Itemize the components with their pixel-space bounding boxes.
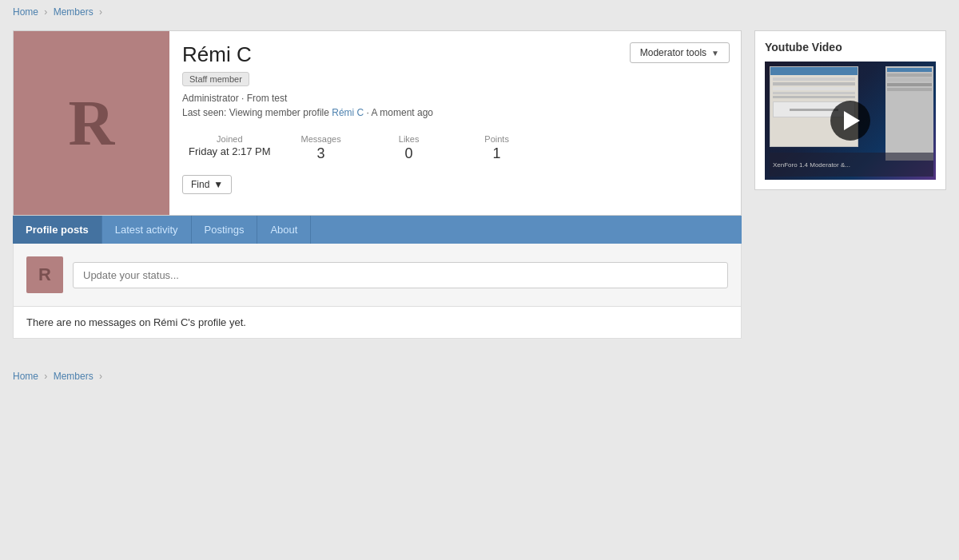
status-area: R [13,244,742,307]
points-value: 1 [493,145,501,161]
find-label: Find [191,179,209,190]
dropdown-arrow-icon: ▼ [711,49,719,58]
breadcrumb-members-link[interactable]: Members [54,6,94,18]
no-messages-notice: There are no messages on Rémi C's profil… [13,307,742,339]
find-dropdown-icon: ▼ [213,179,223,190]
play-triangle-icon [844,111,860,130]
bottom-breadcrumb: Home › Members › [0,364,959,388]
avatar-letter: R [69,87,115,160]
tab-postings[interactable]: Postings [192,216,258,244]
breadcrumb-sep-1: › [44,6,47,18]
likes-value: 0 [405,145,413,161]
tab-profile-posts[interactable]: Profile posts [13,216,102,244]
stat-points: Points 1 [453,131,541,165]
youtube-play-overlay[interactable] [765,62,936,180]
bottom-breadcrumb-home-link[interactable]: Home [13,371,38,382]
last-seen-label: Last seen: [182,107,226,118]
profile-tabs: Profile posts Latest activity Postings A… [13,216,742,244]
tab-latest-activity[interactable]: Latest activity [102,216,192,244]
profile-meta: Administrator · From test [182,93,728,104]
profile-role: Administrator [182,93,239,104]
breadcrumb-home-link[interactable]: Home [13,6,38,18]
no-messages-text: There are no messages on Rémi C's profil… [26,316,246,328]
tab-about[interactable]: About [257,216,311,244]
top-breadcrumb: Home › Members › [0,0,959,24]
stat-messages: Messages 3 [277,131,365,165]
staff-badge: Staff member [182,72,249,86]
bottom-breadcrumb-members-link[interactable]: Members [54,371,94,382]
messages-value: 3 [317,145,325,161]
avatar-block: R [14,31,169,215]
points-label: Points [460,134,535,144]
status-input[interactable] [73,262,728,288]
status-avatar-letter: R [38,264,51,285]
youtube-widget: Youtube Video [754,30,946,190]
bottom-breadcrumb-sep-2: › [99,371,102,382]
last-seen-time: A moment ago [372,107,433,118]
breadcrumb-sep-2: › [99,6,102,18]
stat-likes: Likes 0 [365,131,453,165]
profile-from: From test [247,93,288,104]
find-button[interactable]: Find ▼ [182,175,232,194]
last-seen-action: Viewing member profile [229,107,329,118]
main-content: R Moderator tools ▼ Rémi C Staff member … [13,30,742,339]
bottom-breadcrumb-sep-1: › [44,371,47,382]
last-seen-user-link[interactable]: Rémi C [332,107,364,118]
profile-lastseen: Last seen: Viewing member profile Rémi C… [182,107,728,118]
profile-card: R Moderator tools ▼ Rémi C Staff member … [13,30,742,216]
moderator-tools-button[interactable]: Moderator tools ▼ [630,42,730,63]
sidebar: Youtube Video [754,30,946,339]
play-button[interactable] [830,101,870,141]
status-avatar: R [26,256,63,293]
profile-info: Moderator tools ▼ Rémi C Staff member Ad… [169,31,741,215]
profile-stats: Joined Friday at 2:17 PM Messages 3 Like… [182,131,728,165]
likes-label: Likes [372,134,447,144]
joined-value: Friday at 2:17 PM [189,145,271,157]
stat-joined: Joined Friday at 2:17 PM [182,131,277,165]
profile-dot: · [241,93,247,104]
moderator-tools-label: Moderator tools [640,47,706,58]
joined-label: Joined [189,134,271,144]
youtube-widget-title: Youtube Video [765,41,936,54]
messages-label: Messages [284,134,359,144]
youtube-thumbnail[interactable]: XenForo 1.4 Moderator &... [765,62,936,180]
